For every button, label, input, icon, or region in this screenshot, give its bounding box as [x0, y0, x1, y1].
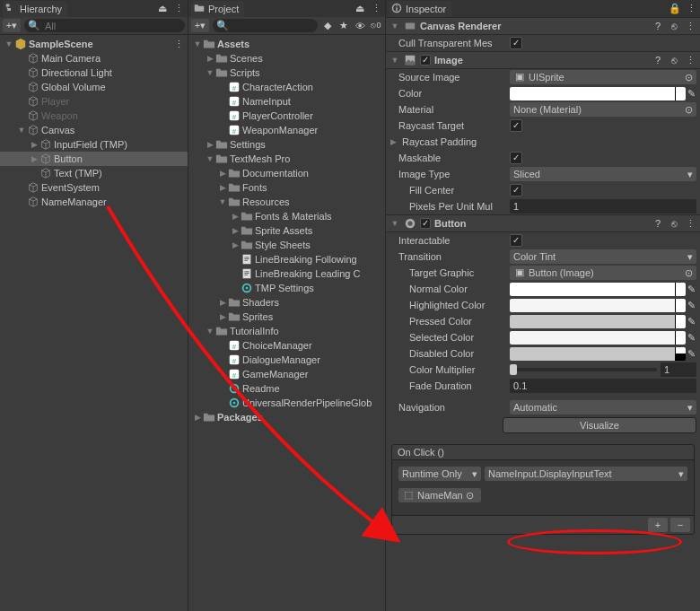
project-tree[interactable]: ▼Assets▶Scenes▼Scripts#CharacterAction#N… — [188, 35, 385, 426]
context-menu-icon[interactable]: ⋮ — [370, 3, 382, 15]
foldout-icon[interactable]: ▼ — [217, 197, 228, 206]
foldout-icon[interactable]: ▶ — [230, 212, 241, 221]
help-icon[interactable]: ? — [652, 20, 664, 32]
color-field[interactable] — [510, 283, 686, 296]
component-enable-checkbox[interactable] — [420, 218, 431, 229]
tree-row[interactable]: ▶Settings — [188, 137, 385, 152]
object-field[interactable]: ▣UISprite⊙ — [510, 70, 696, 84]
foldout-icon[interactable]: ▶ — [217, 183, 228, 192]
tree-row[interactable]: Global Volume — [0, 80, 188, 94]
tree-row[interactable]: ▼TutorialInfo — [188, 324, 385, 338]
hierarchy-search[interactable]: 🔍 — [24, 19, 185, 32]
tree-row[interactable]: #PlayerController — [188, 109, 385, 123]
color-field[interactable] — [510, 87, 686, 100]
object-picker-icon[interactable]: ⊙ — [685, 267, 693, 279]
component-button[interactable]: ▼ Button ? ⎋ ⋮ — [386, 214, 700, 232]
tree-row[interactable]: ▶Documentation — [188, 166, 385, 180]
checkbox[interactable] — [510, 119, 522, 132]
eyedropper-icon[interactable]: ✎ — [686, 332, 696, 344]
slider[interactable] — [510, 362, 696, 377]
lock-icon[interactable]: 🔒 — [669, 3, 681, 15]
tree-row[interactable]: #WeaponManager — [188, 123, 385, 137]
tree-row[interactable]: #ChoiceManager — [188, 338, 385, 353]
number-input[interactable] — [510, 199, 696, 214]
scene-menu-icon[interactable]: ⋮ — [174, 39, 184, 50]
context-menu-icon[interactable]: ⋮ — [685, 3, 697, 15]
lock-icon[interactable]: ⏏ — [156, 3, 169, 15]
checkbox[interactable] — [510, 234, 522, 247]
object-picker-icon[interactable]: ⊙ — [685, 72, 693, 83]
inspector-tab[interactable]: Inspector — [389, 1, 451, 17]
checkbox[interactable] — [510, 184, 522, 196]
foldout-icon[interactable]: ▼ — [205, 154, 215, 163]
foldout-icon[interactable]: ▶ — [217, 298, 228, 307]
foldout-icon[interactable]: ▼ — [16, 126, 27, 135]
create-button[interactable]: +▾ — [191, 19, 209, 32]
color-field[interactable] — [510, 315, 686, 328]
hidden-icon[interactable]: ⦸0 — [370, 20, 382, 32]
tree-row[interactable]: ▶Sprite Assets — [188, 223, 385, 238]
context-menu-icon[interactable]: ⋮ — [172, 3, 185, 15]
component-canvas-renderer[interactable]: ▼ Canvas Renderer ? ⎋ ⋮ — [386, 17, 700, 35]
foldout-icon[interactable]: ▶ — [192, 413, 203, 422]
foldout-icon[interactable]: ▶ — [29, 154, 39, 163]
tree-row[interactable]: #GameManager — [188, 367, 385, 381]
foldout-icon[interactable]: ▼ — [192, 39, 203, 48]
search-input[interactable] — [232, 20, 314, 32]
foldout-icon[interactable]: ▼ — [4, 39, 14, 48]
checkbox[interactable] — [510, 152, 522, 164]
object-field[interactable]: None (Material)⊙ — [510, 102, 696, 117]
eyedropper-icon[interactable]: ✎ — [686, 88, 696, 100]
preset-icon[interactable]: ⎋ — [668, 54, 680, 66]
component-menu-icon[interactable]: ⋮ — [684, 20, 696, 32]
add-entry-button[interactable]: + — [648, 518, 668, 532]
object-picker-icon[interactable]: ⊙ — [685, 104, 693, 116]
tree-row[interactable]: ▶Shaders — [188, 295, 385, 310]
tree-row[interactable]: Player — [0, 94, 188, 109]
tree-row[interactable]: ▶Scenes — [188, 51, 385, 65]
eyedropper-icon[interactable]: ✎ — [686, 300, 696, 311]
tree-row[interactable]: ▶Style Sheets — [188, 238, 385, 252]
object-picker-icon[interactable]: ⊙ — [466, 490, 474, 502]
color-field[interactable] — [510, 331, 686, 345]
remove-entry-button[interactable]: − — [670, 518, 690, 532]
tree-row[interactable]: ▼SampleScene⋮ — [0, 37, 188, 51]
foldout-icon[interactable]: ▶ — [29, 140, 39, 149]
filter-icon[interactable]: ◆ — [321, 20, 334, 32]
eyedropper-icon[interactable]: ✎ — [686, 316, 696, 327]
foldout-icon[interactable]: ▶ — [230, 226, 241, 235]
eyedropper-icon[interactable]: ✎ — [686, 348, 696, 360]
tree-row[interactable]: ▼Resources — [188, 195, 385, 209]
foldout-icon[interactable]: ▶ — [217, 169, 228, 178]
tree-row[interactable]: ▶Button — [0, 152, 188, 166]
tree-row[interactable]: Weapon — [0, 109, 188, 123]
tree-row[interactable]: NameManager — [0, 195, 188, 209]
hierarchy-tab[interactable]: Hierarchy — [3, 1, 67, 17]
tree-row[interactable]: #DialogueManager — [188, 353, 385, 367]
tree-row[interactable]: ▶Fonts & Materials — [188, 209, 385, 223]
preset-icon[interactable]: ⎋ — [668, 217, 680, 230]
project-search[interactable]: 🔍 — [213, 19, 318, 32]
tree-row[interactable]: ▼Scripts — [188, 65, 385, 80]
tree-row[interactable]: #NameInput — [188, 94, 385, 109]
tree-row[interactable]: UniversalRenderPipelineGlob — [188, 396, 385, 410]
tree-row[interactable]: Text (TMP) — [0, 166, 188, 180]
component-enable-checkbox[interactable] — [420, 55, 431, 65]
foldout-icon[interactable]: ▼ — [205, 327, 215, 336]
component-image[interactable]: ▼ Image ? ⎋ ⋮ — [386, 51, 700, 69]
tree-row[interactable]: Readme — [188, 381, 385, 396]
visibility-icon[interactable]: 👁 — [354, 20, 366, 32]
visualize-button[interactable]: Visualize — [503, 417, 696, 433]
number-input[interactable] — [510, 379, 696, 393]
foldout-icon[interactable]: ▶ — [217, 312, 228, 321]
foldout-icon[interactable]: ▼ — [205, 68, 215, 77]
foldout-icon[interactable]: ▶ — [205, 54, 215, 63]
tree-row[interactable]: TMP Settings — [188, 281, 385, 295]
tree-row[interactable]: LineBreaking Leading C — [188, 266, 385, 281]
foldout-icon[interactable]: ▼ — [389, 56, 400, 65]
search-input[interactable] — [43, 20, 181, 32]
favorites-icon[interactable]: ★ — [337, 20, 350, 32]
checkbox[interactable] — [510, 37, 522, 49]
component-menu-icon[interactable]: ⋮ — [684, 217, 696, 230]
project-tab[interactable]: Project — [191, 1, 244, 17]
